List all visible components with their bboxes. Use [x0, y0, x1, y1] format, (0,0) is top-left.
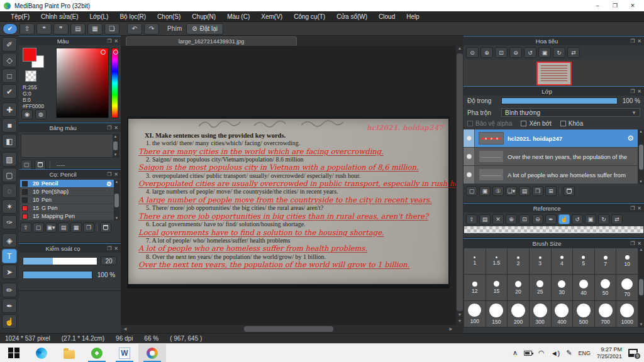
canvas-viewport[interactable]: hcl2021. hoidap247 XI. Make sentences us… — [121, 46, 464, 325]
ref-hand-button[interactable]: ☝ — [558, 214, 570, 224]
ref-rotate-left-button[interactable]: ↺ — [572, 214, 583, 224]
brush-script-icon[interactable]: ▤ — [58, 222, 69, 233]
popout-icon[interactable]: ❐ — [630, 38, 635, 44]
wifi-icon[interactable]: ◠ — [538, 349, 545, 357]
ref-fit-button[interactable]: ⊡ — [519, 214, 530, 224]
ref-cloud-button[interactable]: ⇧ — [466, 214, 477, 224]
ref-eyedropper-button[interactable]: ✒ — [545, 214, 557, 224]
volume-icon[interactable]: ◄) — [551, 349, 560, 357]
foreground-color-swatch[interactable] — [23, 48, 36, 62]
navigator-preview[interactable] — [464, 60, 644, 87]
cloud-save-button[interactable]: ✔ — [3, 23, 18, 35]
clock[interactable]: 9:27 PM7/25/2021 — [597, 346, 622, 360]
brush-size-cell[interactable]: 25 — [530, 275, 551, 300]
close-icon[interactable]: ✕ — [114, 38, 118, 44]
redo-button[interactable]: ↷ — [144, 23, 159, 35]
brush-size-cell[interactable]: 3 — [530, 248, 551, 274]
shape-tool[interactable]: □ — [2, 69, 17, 83]
ref-rotate-reset-button[interactable]: ▣ — [585, 214, 596, 224]
menu-item[interactable]: Xem(V) — [255, 13, 288, 20]
start-button[interactable] — [0, 344, 28, 362]
window-control-button[interactable]: – — [589, 1, 606, 11]
fill-rect-tool[interactable]: ■ — [2, 118, 17, 133]
close-icon[interactable]: ✕ — [114, 246, 118, 251]
hue-slider[interactable] — [111, 48, 118, 118]
new-swatch-icon[interactable]: ▢ — [21, 160, 32, 170]
popout-icon[interactable]: ❐ — [107, 246, 111, 251]
brush-size-scrollbar[interactable] — [639, 279, 643, 295]
close-icon[interactable]: ✕ — [637, 89, 641, 94]
taskbar-edge-button[interactable] — [28, 344, 55, 362]
ref-close-button[interactable]: ✕ — [492, 214, 504, 224]
chat-button[interactable]: ❝ — [36, 23, 52, 35]
close-icon[interactable]: ✕ — [114, 172, 118, 177]
brush-size-cell[interactable]: 70 — [616, 275, 638, 300]
eyedropper-tool[interactable]: ✒ — [2, 299, 17, 313]
lasso-tool[interactable]: ◌ — [2, 184, 17, 198]
eraser-tool[interactable]: ◇ — [2, 53, 17, 67]
brush-item[interactable]: 20 Pencil ⚙ — [20, 180, 114, 188]
brush-size-cell[interactable]: 5 — [573, 248, 594, 274]
brush-size-cell[interactable]: 1 — [464, 248, 486, 274]
layer-item[interactable]: Over the next ten years, the population … — [464, 148, 638, 166]
layer-checkbox[interactable] — [521, 121, 526, 126]
popout-icon[interactable]: ❐ — [630, 206, 635, 211]
brush-size-cell[interactable]: 4 — [552, 248, 573, 274]
reset-button[interactable]: ⊘Đặt lại — [186, 23, 223, 35]
palette-scrollbar[interactable] — [113, 141, 118, 150]
brush-size-cell[interactable]: 100 — [464, 301, 486, 327]
popout-icon[interactable]: ❐ — [630, 241, 635, 246]
text-tool[interactable]: T — [2, 249, 17, 263]
menu-item[interactable]: Lớp(L) — [84, 13, 114, 20]
pen-icon[interactable]: ✎ — [566, 349, 572, 357]
tray-chevron-icon[interactable]: ∧ — [513, 349, 518, 357]
select-eraser-tool[interactable]: ◈ — [2, 233, 17, 248]
nav-zoom-out-button[interactable]: ⊖ — [509, 47, 522, 58]
brush-size-cell[interactable]: 50 — [595, 275, 616, 300]
notification-icon[interactable]: 9 — [628, 349, 638, 357]
menu-item[interactable]: Chụp(N) — [186, 13, 221, 20]
nav-rotate-reset-button[interactable]: ▣ — [538, 47, 551, 58]
layer-visibility-toggle[interactable] — [464, 166, 475, 184]
brush-item[interactable]: 10 Pen ⚙ — [20, 196, 114, 204]
brush-cloud-icon[interactable]: ⇧ — [20, 222, 31, 233]
brush-size-slider[interactable] — [23, 257, 97, 265]
document-image[interactable]: hcl2021. hoidap247 XI. Make sentences us… — [127, 116, 450, 288]
brush-size-cell[interactable]: 2 — [508, 248, 529, 274]
brush-size-cell[interactable]: 700 — [595, 301, 616, 327]
palette-trash-button[interactable] — [35, 160, 46, 170]
brush-settings-icon[interactable]: ⚙ — [106, 180, 112, 187]
taskbar-medibang-button[interactable] — [138, 344, 166, 362]
brush-scrollbar[interactable] — [114, 194, 119, 207]
navigator-thumbnail[interactable] — [536, 62, 572, 85]
ref-open-button[interactable]: ▤ — [479, 214, 491, 224]
battery-icon[interactable] — [524, 351, 532, 356]
brush-size-cell[interactable]: 300 — [530, 301, 551, 327]
layer-visibility-toggle[interactable] — [464, 148, 475, 165]
popout-icon[interactable]: ❐ — [630, 89, 635, 94]
layer-scrollbar[interactable] — [639, 145, 643, 170]
layer-duplicate-icon[interactable]: ❐ — [532, 186, 543, 196]
brush-item[interactable]: 15 G Pen ⚙ — [20, 204, 114, 212]
brush-size-cell[interactable]: 1000 — [616, 301, 638, 327]
window-control-button[interactable]: ✕ — [624, 1, 641, 11]
move-tool[interactable]: ✚ — [2, 102, 17, 117]
menu-item[interactable]: Chọn(S) — [152, 13, 186, 20]
blend-mode-select[interactable]: Bình thường▼ — [501, 108, 640, 117]
menu-item[interactable]: Tệp(F) — [5, 13, 35, 20]
soft-eraser-tool[interactable]: ✏ — [2, 283, 17, 297]
layer-checkbox[interactable] — [467, 121, 473, 126]
brush-size-cell[interactable]: 400 — [552, 301, 573, 327]
layer-opacity-slider[interactable] — [501, 97, 618, 104]
layer-item[interactable]: A lot of people who are homeless suffer … — [464, 166, 638, 184]
picker-cursor[interactable] — [101, 50, 106, 55]
layer-new-icon[interactable]: ▢ — [466, 186, 477, 196]
gradient-tool[interactable]: ▨ — [2, 152, 17, 167]
menu-item[interactable]: Bộ lọc(R) — [114, 13, 152, 20]
close-icon[interactable]: ✕ — [637, 38, 641, 44]
layer-trash-button[interactable] — [564, 186, 575, 196]
control-point-tool[interactable]: ✔ — [2, 84, 17, 99]
nav-rotate-right-button[interactable]: ↻ — [553, 47, 565, 58]
nav-zoom-reset-button[interactable]: ⊙ — [466, 47, 479, 58]
brush-size-input[interactable]: 20 — [101, 256, 117, 265]
